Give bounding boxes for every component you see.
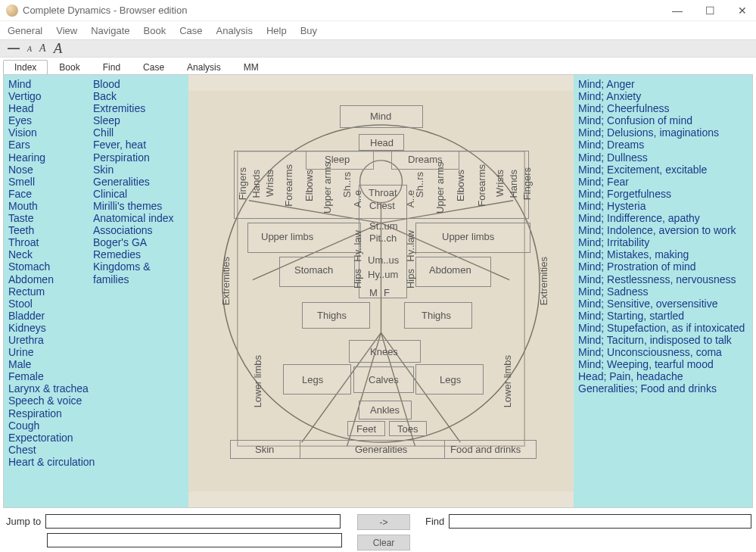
region-head[interactable]: Head [370, 137, 394, 148]
region-st-um[interactable]: St..um [369, 220, 398, 232]
left-item[interactable]: Taste [8, 212, 93, 224]
left-item[interactable]: Chest [8, 444, 93, 456]
left-item[interactable]: Sleep [93, 114, 184, 126]
region-lower-limbs-l[interactable]: Lower limbs [252, 355, 263, 407]
find-input[interactable] [449, 514, 751, 529]
left-item[interactable]: Urine [8, 346, 93, 358]
region-fingers-l[interactable]: Fingers [237, 167, 248, 200]
left-item[interactable]: Anatomical index [93, 212, 184, 224]
left-item[interactable]: Bladder [8, 310, 93, 322]
arrow-button[interactable]: -> [357, 514, 410, 530]
right-item[interactable]: Mind; Weeping, tearful mood [578, 358, 748, 370]
region-hy-law-l[interactable]: Hy..law [352, 230, 363, 262]
region-extremities-l[interactable]: Extremities [220, 257, 232, 305]
region-upper-limbs-l[interactable]: Upper limbs [261, 231, 313, 242]
tab-find[interactable]: Find [92, 60, 132, 74]
left-item[interactable]: Kingdoms & [93, 260, 184, 273]
right-item[interactable]: Mind; Prostration of mind [578, 260, 748, 273]
tab-case[interactable]: Case [132, 60, 176, 74]
left-item[interactable]: Face [8, 188, 93, 200]
left-item[interactable]: Fever, heat [93, 139, 184, 151]
left-item[interactable]: Vertigo [8, 90, 93, 102]
region-pit-ch[interactable]: Pit..ch [369, 232, 397, 244]
left-item[interactable]: Associations [93, 224, 184, 236]
region-throat[interactable]: Throat [369, 187, 397, 198]
region-food-drinks[interactable]: Food and drinks [450, 444, 521, 455]
jump-to-input-2[interactable] [47, 533, 342, 547]
left-item[interactable]: Skin [93, 164, 184, 176]
region-extremities-r[interactable]: Extremities [538, 257, 549, 305]
region-chest[interactable]: Chest [369, 200, 395, 211]
menu-case[interactable]: Case [179, 25, 202, 36]
menu-navigate[interactable]: Navigate [91, 25, 129, 36]
right-item[interactable]: Mind; Taciturn, indisposed to talk [578, 334, 748, 346]
left-item[interactable]: Larynx & trachea [8, 382, 93, 395]
region-feet[interactable]: Feet [356, 423, 376, 435]
left-item[interactable]: Nose [8, 164, 93, 176]
region-upperarms-l[interactable]: Upper arms [322, 162, 333, 214]
region-wrists-r[interactable]: Wrists [494, 170, 506, 197]
region-f[interactable]: F [384, 287, 390, 298]
left-item[interactable]: Throat [8, 236, 93, 248]
region-lower-limbs-r[interactable]: Lower limbs [502, 355, 513, 407]
right-item[interactable]: Generalities; Food and drinks [578, 382, 748, 395]
region-a-e-l[interactable]: A..e [352, 190, 363, 207]
region-m[interactable]: M [369, 287, 378, 298]
right-item[interactable]: Mind; Fear [578, 176, 748, 188]
left-item[interactable]: Rectum [8, 285, 93, 298]
close-button[interactable]: ✕ [738, 5, 747, 17]
region-abdomen[interactable]: Abdomen [429, 264, 471, 276]
right-item[interactable]: Mind; Anger [578, 78, 748, 90]
region-thighs-r[interactable]: Thighs [422, 310, 451, 321]
region-mind[interactable]: Mind [370, 111, 391, 122]
right-item[interactable]: Mind; Starting, startled [578, 310, 748, 322]
toolbar-font-large[interactable]: A [54, 40, 63, 57]
region-sh-rs-l[interactable]: Sh..rs [341, 172, 353, 198]
left-item[interactable]: Speech & voice [8, 395, 93, 407]
right-item[interactable]: Mind; Indolence, aversion to work [578, 224, 748, 236]
left-item[interactable]: Extremities [93, 102, 184, 114]
region-legs-r[interactable]: Legs [440, 374, 461, 385]
toolbar-font-medium[interactable]: A [39, 42, 46, 55]
jump-to-input[interactable] [45, 514, 341, 529]
right-item[interactable]: Mind; Unconsciousness, coma [578, 346, 748, 358]
menu-view[interactable]: View [56, 25, 77, 36]
region-forearms-r[interactable]: Forearms [476, 164, 487, 207]
region-toes[interactable]: Toes [397, 423, 418, 435]
right-item[interactable]: Mind; Irritability [578, 236, 748, 248]
region-upperarms-r[interactable]: Upper arms [434, 162, 446, 214]
toolbar-font-small[interactable]: A [27, 45, 32, 53]
left-item[interactable]: Heart & circulation [8, 456, 93, 468]
left-item[interactable]: Generalities [93, 176, 184, 188]
right-item[interactable]: Mind; Dullness [578, 151, 748, 164]
maximize-button[interactable]: ☐ [705, 5, 715, 17]
minimize-button[interactable]: — [672, 5, 683, 17]
right-item[interactable]: Mind; Indifference, apathy [578, 212, 748, 224]
left-item[interactable]: Clinical [93, 188, 184, 200]
tab-book[interactable]: Book [48, 60, 91, 74]
tab-mm[interactable]: MM [232, 60, 270, 74]
region-thighs-l[interactable]: Thighs [317, 310, 347, 321]
region-hands-r[interactable]: Hands [508, 170, 519, 198]
region-hips-l[interactable]: Hips [352, 269, 363, 288]
region-legs-l[interactable]: Legs [302, 374, 323, 385]
region-knees[interactable]: Knees [370, 346, 398, 357]
right-item[interactable]: Mind; Cheerfulness [578, 102, 748, 114]
left-item[interactable]: Eyes [8, 114, 93, 126]
region-skin[interactable]: Skin [255, 444, 274, 455]
left-item[interactable]: Chill [93, 126, 184, 139]
right-item[interactable]: Mind; Mistakes, making [578, 248, 748, 260]
region-stomach[interactable]: Stomach [294, 264, 333, 276]
left-item[interactable]: Boger's GA [93, 236, 184, 248]
region-hands-l[interactable]: Hands [250, 170, 262, 198]
region-upper-limbs-r[interactable]: Upper limbs [442, 231, 494, 242]
left-item[interactable]: Stomach [8, 260, 93, 273]
left-item[interactable]: Head [8, 102, 93, 114]
left-item[interactable]: Mirilli's themes [93, 200, 184, 212]
left-item[interactable]: Smell [8, 176, 93, 188]
left-item[interactable]: Abdomen [8, 273, 93, 285]
left-item[interactable]: Neck [8, 248, 93, 260]
region-um-us[interactable]: Um..us [368, 254, 399, 266]
region-elbows-r[interactable]: Elbows [455, 170, 466, 201]
left-item[interactable]: Ears [8, 139, 93, 151]
